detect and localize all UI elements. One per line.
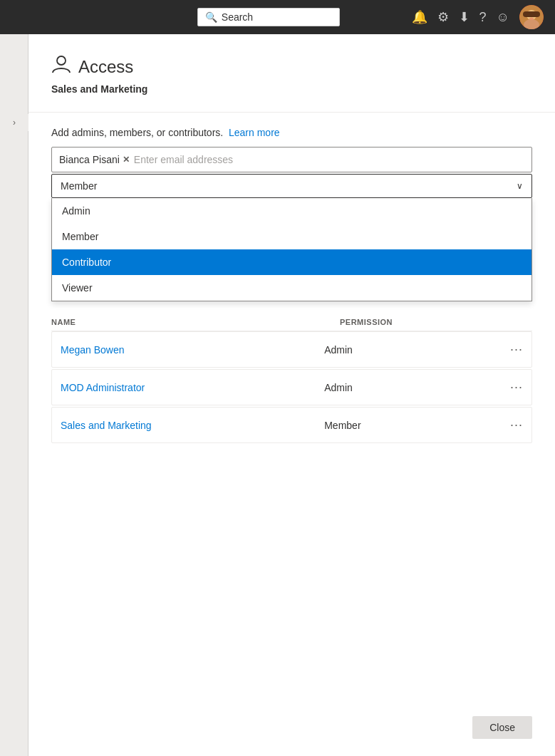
row-1-permission: Admin bbox=[324, 344, 500, 356]
settings-icon[interactable]: ⚙ bbox=[437, 9, 449, 25]
row-3-name[interactable]: Sales and Marketing bbox=[61, 420, 324, 431]
topbar-center: 🔍 Search bbox=[125, 8, 412, 26]
row-2-permission: Admin bbox=[324, 382, 500, 393]
close-button-row: Close bbox=[472, 716, 532, 739]
avatar-image bbox=[519, 5, 544, 29]
svg-point-9 bbox=[57, 56, 66, 65]
download-icon[interactable]: ⬇ bbox=[459, 9, 470, 25]
email-input-placeholder[interactable]: Enter email addresses bbox=[134, 154, 524, 165]
email-tag: Bianca Pisani ✕ bbox=[59, 154, 130, 165]
table-row: Sales and Marketing Member ··· bbox=[51, 407, 532, 443]
row-2-name[interactable]: MOD Administrator bbox=[61, 382, 324, 393]
panel-title: Access bbox=[78, 57, 133, 77]
row-3-actions-button[interactable]: ··· bbox=[500, 418, 523, 433]
person-svg-icon bbox=[51, 54, 71, 74]
svg-point-8 bbox=[529, 18, 534, 20]
role-dropdown-wrapper: Member ∨ Admin Member Contributor Viewer bbox=[51, 174, 532, 198]
members-table: NAME PERMISSION Megan Bowen Admin ··· MO… bbox=[51, 312, 532, 443]
row-1-actions-button[interactable]: ··· bbox=[500, 342, 523, 357]
description-label: Add admins, members, or contributors. bbox=[51, 127, 223, 138]
sidebar-collapse-button[interactable]: › bbox=[0, 114, 28, 131]
header-divider bbox=[28, 112, 555, 113]
bell-icon[interactable]: 🔔 bbox=[412, 9, 427, 25]
search-box[interactable]: 🔍 Search bbox=[197, 8, 340, 26]
row-1-name[interactable]: Megan Bowen bbox=[61, 344, 324, 356]
email-input-container[interactable]: Bianca Pisani ✕ Enter email addresses bbox=[51, 147, 532, 172]
table-header-row: NAME PERMISSION bbox=[51, 312, 532, 331]
table-row: MOD Administrator Admin ··· bbox=[51, 369, 532, 405]
description-text: Add admins, members, or contributors. Le… bbox=[51, 127, 532, 138]
role-option-contributor[interactable]: Contributor bbox=[52, 249, 531, 275]
dropdown-chevron-icon: ∨ bbox=[517, 181, 523, 191]
access-panel: Access Sales and Marketing Add admins, m… bbox=[28, 34, 555, 756]
selected-role-label: Member bbox=[61, 180, 97, 192]
feedback-icon[interactable]: ☺ bbox=[497, 10, 509, 25]
avatar[interactable] bbox=[519, 5, 544, 29]
email-tag-remove-button[interactable]: ✕ bbox=[123, 155, 130, 165]
row-3-permission: Member bbox=[324, 420, 500, 431]
role-option-viewer[interactable]: Viewer bbox=[52, 275, 531, 301]
topbar-right: 🔔 ⚙ ⬇ ? ☺ bbox=[412, 5, 544, 29]
close-button[interactable]: Close bbox=[472, 716, 532, 739]
role-option-member[interactable]: Member bbox=[52, 224, 531, 249]
help-icon[interactable]: ? bbox=[479, 10, 487, 25]
row-2-actions-button[interactable]: ··· bbox=[500, 380, 523, 395]
role-dropdown-trigger[interactable]: Member ∨ bbox=[51, 174, 532, 198]
role-option-admin[interactable]: Admin bbox=[52, 198, 531, 224]
panel-header: Access bbox=[51, 54, 532, 79]
chevron-left-icon: › bbox=[13, 118, 16, 128]
sidebar-strip bbox=[0, 34, 28, 756]
search-icon: 🔍 bbox=[205, 11, 217, 23]
panel-subtitle: Sales and Marketing bbox=[51, 83, 532, 95]
topbar: 🔍 Search 🔔 ⚙ ⬇ ? ☺ bbox=[0, 0, 555, 34]
svg-rect-7 bbox=[523, 11, 540, 17]
main-content: Access Sales and Marketing Add admins, m… bbox=[28, 34, 555, 756]
table-row: Megan Bowen Admin ··· bbox=[51, 331, 532, 368]
col-name-header: NAME bbox=[51, 318, 340, 326]
search-input-label: Search bbox=[222, 11, 253, 23]
person-icon bbox=[51, 54, 71, 79]
learn-more-link[interactable]: Learn more bbox=[229, 127, 280, 138]
role-dropdown-menu: Admin Member Contributor Viewer bbox=[51, 198, 532, 301]
col-permission-header: PERMISSION bbox=[340, 318, 532, 326]
email-tag-name: Bianca Pisani bbox=[59, 154, 120, 165]
